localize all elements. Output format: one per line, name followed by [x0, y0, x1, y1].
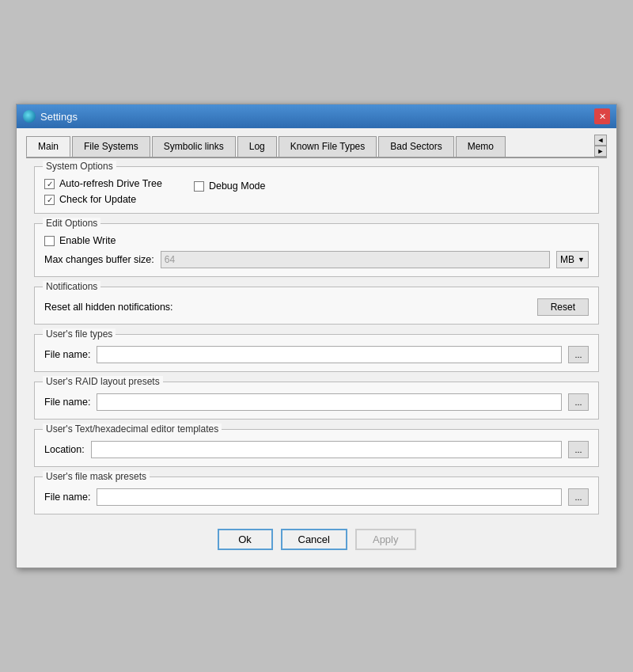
user-mask-presets-input[interactable] [97, 488, 562, 506]
enable-write-label: Enable Write [59, 235, 116, 246]
buffer-size-label: Max changes buffer size: [44, 254, 154, 265]
bottom-bar: Ok Cancel Apply [26, 522, 607, 558]
tab-bad-sectors[interactable]: Bad Sectors [378, 136, 453, 157]
reset-notifications-button[interactable]: Reset [537, 298, 589, 316]
user-mask-presets-label: File name: [44, 492, 90, 503]
user-hex-templates-content: Location: ... [44, 441, 589, 458]
edit-options-title: Edit Options [43, 218, 100, 229]
buffer-size-row: Max changes buffer size: MB ▼ [44, 251, 589, 268]
buffer-size-input[interactable] [161, 251, 550, 268]
user-raid-browse-button[interactable]: ... [568, 393, 589, 411]
user-mask-presets-content: File name: ... [44, 488, 589, 506]
check-update-label: Check for Update [59, 194, 136, 205]
system-options-content: Auto-refresh Drive Tree Debug Mode Check… [44, 178, 589, 205]
settings-window: Settings ✕ Main File Systems Symbolic li… [16, 104, 617, 568]
notifications-title: Notifications [43, 281, 100, 292]
check-update-row: Check for Update [44, 194, 589, 205]
tab-file-systems[interactable]: File Systems [72, 136, 150, 157]
user-hex-templates-title: User's Text/hexadecimal editor templates [43, 423, 222, 435]
edit-options-section: Edit Options Enable Write Max changes bu… [34, 223, 599, 277]
enable-write-row: Enable Write [44, 235, 589, 246]
user-file-types-row: File name: ... [44, 346, 589, 363]
notifications-content: Reset all hidden notifications: Reset [44, 298, 589, 316]
apply-button[interactable]: Apply [355, 529, 416, 550]
dropdown-arrow-icon: ▼ [578, 256, 585, 264]
tab-memo[interactable]: Memo [456, 136, 506, 157]
check-update-checkbox[interactable] [44, 195, 55, 205]
user-mask-presets-title: User's file mask presets [43, 471, 150, 482]
debug-mode-row: Debug Mode [194, 178, 266, 194]
user-file-types-input[interactable] [97, 346, 562, 363]
user-hex-templates-section: User's Text/hexadecimal editor templates… [34, 429, 599, 467]
auto-refresh-row: Auto-refresh Drive Tree [44, 178, 162, 189]
user-mask-presets-section: User's file mask presets File name: ... [34, 476, 599, 514]
user-raid-title: User's RAID layout presets [43, 376, 163, 387]
user-raid-input[interactable] [97, 393, 562, 411]
user-hex-templates-row: Location: ... [44, 441, 589, 458]
system-options-section: System Options Auto-refresh Drive Tree D… [34, 166, 599, 214]
main-panel: System Options Auto-refresh Drive Tree D… [26, 158, 607, 522]
notifications-row: Reset all hidden notifications: Reset [44, 298, 589, 316]
user-hex-templates-browse-button[interactable]: ... [568, 441, 589, 458]
user-mask-presets-browse-button[interactable]: ... [568, 488, 589, 506]
close-button[interactable]: ✕ [594, 108, 610, 124]
user-raid-row: File name: ... [44, 393, 589, 411]
user-file-types-label: File name: [44, 349, 90, 360]
user-file-types-title: User's file types [43, 328, 116, 340]
debug-mode-label: Debug Mode [209, 180, 266, 192]
window-content: Main File Systems Symbolic links Log Kno… [17, 128, 616, 568]
user-hex-templates-input[interactable] [91, 441, 562, 458]
window-title: Settings [40, 111, 78, 123]
edit-options-content: Enable Write Max changes buffer size: MB… [44, 235, 589, 268]
user-file-types-section: User's file types File name: ... [34, 334, 599, 372]
enable-write-checkbox[interactable] [44, 236, 55, 246]
user-mask-presets-row: File name: ... [44, 488, 589, 506]
system-options-row1: Auto-refresh Drive Tree Debug Mode [44, 178, 589, 194]
buffer-unit-value: MB [560, 254, 574, 265]
reset-notifications-label: Reset all hidden notifications: [44, 302, 173, 313]
user-file-types-content: File name: ... [44, 346, 589, 363]
tab-main[interactable]: Main [26, 136, 70, 157]
user-raid-content: File name: ... [44, 393, 589, 411]
user-raid-section: User's RAID layout presets File name: ..… [34, 382, 599, 420]
title-bar-left: Settings [23, 110, 78, 123]
tab-log[interactable]: Log [237, 136, 277, 157]
user-file-types-browse-button[interactable]: ... [568, 346, 589, 363]
debug-mode-checkbox[interactable] [194, 181, 204, 192]
buffer-unit-dropdown[interactable]: MB ▼ [556, 251, 589, 268]
tabs-scroll: Main File Systems Symbolic links Log Kno… [26, 135, 593, 157]
auto-refresh-checkbox[interactable] [44, 179, 55, 189]
system-options-title: System Options [43, 161, 116, 172]
tab-scroll-prev[interactable]: ◄ [594, 135, 607, 146]
tab-known-file-types[interactable]: Known File Types [279, 136, 377, 157]
user-hex-templates-label: Location: [44, 444, 85, 455]
auto-refresh-label: Auto-refresh Drive Tree [59, 178, 162, 189]
user-raid-label: File name: [44, 397, 90, 408]
notifications-section: Notifications Reset all hidden notificat… [34, 287, 599, 325]
tabs-container: Main File Systems Symbolic links Log Kno… [26, 135, 607, 158]
tab-scroll-next[interactable]: ► [594, 146, 607, 157]
tab-scroll-buttons: ◄ ► [594, 135, 607, 157]
tab-symbolic-links[interactable]: Symbolic links [152, 136, 236, 157]
title-bar: Settings ✕ [17, 104, 616, 128]
ok-button[interactable]: Ok [218, 529, 273, 550]
app-icon [23, 110, 36, 123]
cancel-button[interactable]: Cancel [281, 529, 347, 550]
